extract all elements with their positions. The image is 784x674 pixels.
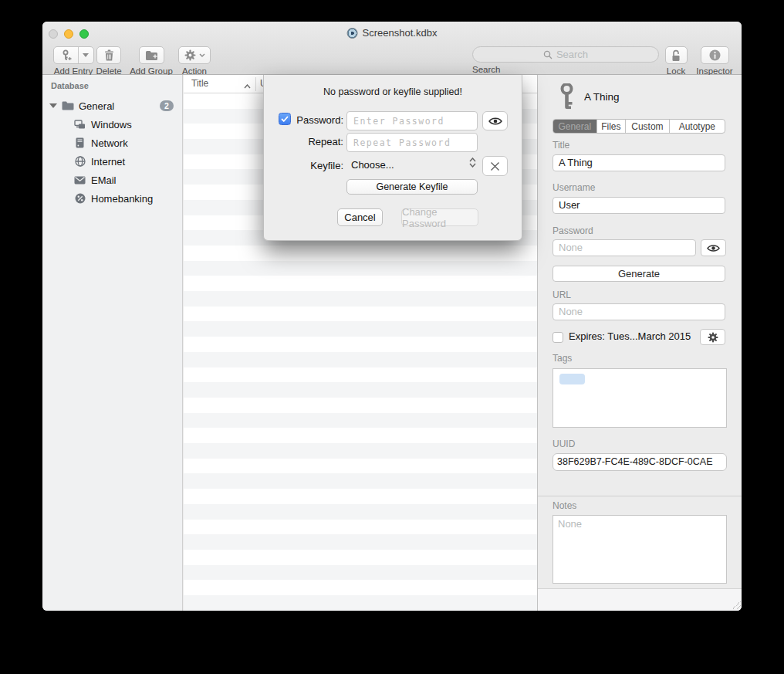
resize-grip[interactable] [733,601,741,609]
generate-keyfile-button[interactable]: Generate Keyfile [346,179,478,195]
document-icon [347,28,358,39]
sidebar-section-header: Database [51,81,89,90]
window-chrome: Screenshot.kdbx Add Entry Delete Add Gro… [42,22,742,75]
window-title-group: Screenshot.kdbx [347,27,438,39]
close-x-icon [490,161,500,171]
tab-custom[interactable]: Custom [626,120,670,133]
expires-checkbox[interactable] [553,332,563,343]
repeat-password-input[interactable]: Repeat Password [346,133,478,152]
sheet-warning-message: No password or keyfile supplied! [264,86,522,97]
cancel-button[interactable]: Cancel [337,208,383,226]
password-field-label: Password [553,225,593,236]
key-icon [559,83,574,112]
checkmark-icon [281,116,289,122]
chevron-down-icon [83,53,89,57]
sidebar-item-network[interactable]: Network [42,134,183,152]
unlock-icon [671,49,681,62]
windows-group-icon [73,120,86,130]
username-field[interactable]: User [553,197,725,214]
search-icon [543,50,553,59]
sidebar-item-homebanking[interactable]: Homebanking [42,189,183,208]
generate-password-button[interactable]: Generate [553,266,725,282]
url-field-label: URL [553,290,571,300]
folder-plus-icon [145,50,158,60]
trash-icon [104,49,114,61]
inspector-panel: A Thing General Files Custom Autotype Ti… [537,75,742,611]
sidebar-item-label: Internet [91,156,125,168]
sidebar-item-windows[interactable]: Windows [42,115,183,134]
sheet-password-label: Password: [292,114,343,126]
tags-box[interactable] [553,368,727,428]
uuid-label: UUID [553,439,575,449]
sidebar-item-internet[interactable]: Internet [42,152,183,171]
search-placeholder: Search [556,49,588,60]
change-password-sheet: No password or keyfile supplied! Passwor… [263,75,522,241]
traffic-lights [49,29,89,39]
folder-icon [61,101,74,110]
password-enabled-checkbox[interactable] [279,113,291,125]
key-plus-icon [54,47,79,63]
uuid-field[interactable]: 38F629B7-FC4E-489C-8DCF-0CAE [553,453,727,471]
title-field-label: Title [553,140,569,151]
inspector-button[interactable] [701,46,729,64]
tab-general[interactable]: General [553,120,597,133]
search-input[interactable]: Search [472,46,659,63]
divider [538,496,742,496]
notes-textarea[interactable]: None [553,515,727,584]
tag-pill[interactable] [559,374,585,384]
tab-files[interactable]: Files [597,120,627,133]
eye-icon [707,244,720,252]
envelope-icon [73,176,86,185]
disclosure-triangle-icon[interactable] [49,103,57,108]
change-password-button[interactable]: Change Password [401,208,478,226]
notes-label: Notes [553,500,576,511]
entry-title: A Thing [584,91,620,103]
lock-button[interactable] [665,46,688,64]
sidebar-item-email[interactable]: EMail [42,171,183,189]
sidebar-item-label: Network [91,137,128,149]
add-group-button[interactable] [139,46,164,64]
expires-label: Expires: Tues...March 2015 [569,330,691,342]
column-divider[interactable] [255,77,256,91]
enter-password-input[interactable]: Enter Password [346,111,478,130]
url-field[interactable]: None [553,303,725,320]
gear-icon [184,49,196,61]
stepper-icon[interactable] [469,157,476,168]
keyfile-popup[interactable]: Choose... [351,159,394,171]
minimize-button[interactable] [64,29,73,39]
sidebar-item-general[interactable]: General 2 [42,97,183,115]
sidebar-item-label: Windows [91,119,132,130]
group-count-badge: 2 [160,100,174,111]
percent-icon [73,193,86,204]
clear-keyfile-button[interactable] [482,156,508,176]
sheet-repeat-label: Repeat: [292,136,343,147]
sidebar-item-label: General [79,100,114,112]
column-header-title[interactable]: Title [191,78,208,89]
action-button[interactable] [178,46,211,64]
eye-icon [488,117,502,126]
sheet-keyfile-label: Keyfile: [292,160,343,171]
sheet-show-password-button[interactable] [482,111,508,130]
globe-icon [73,156,86,167]
title-field[interactable]: A Thing [553,154,725,171]
search-label: Search [472,65,659,74]
sidebar-item-label: EMail [91,174,117,186]
window-title: Screenshot.kdbx [363,27,438,39]
show-password-button[interactable] [701,239,726,256]
add-entry-button[interactable] [53,46,94,64]
close-button [49,29,58,39]
server-icon [73,137,86,148]
info-icon [709,49,721,61]
tab-autotype[interactable]: Autotype [670,120,725,133]
gear-icon [708,332,718,343]
sidebar-item-label: Homebanking [91,193,153,205]
sidebar: Database General 2 Windows Network [42,75,183,611]
chevron-down-icon [199,53,205,57]
delete-button[interactable] [96,46,121,64]
app-window: Screenshot.kdbx Add Entry Delete Add Gro… [42,22,742,611]
sort-ascending-icon [244,80,251,91]
expires-options-button[interactable] [700,329,725,345]
password-field[interactable]: None [553,239,696,256]
inspector-footer [538,588,742,611]
zoom-button[interactable] [79,29,89,39]
